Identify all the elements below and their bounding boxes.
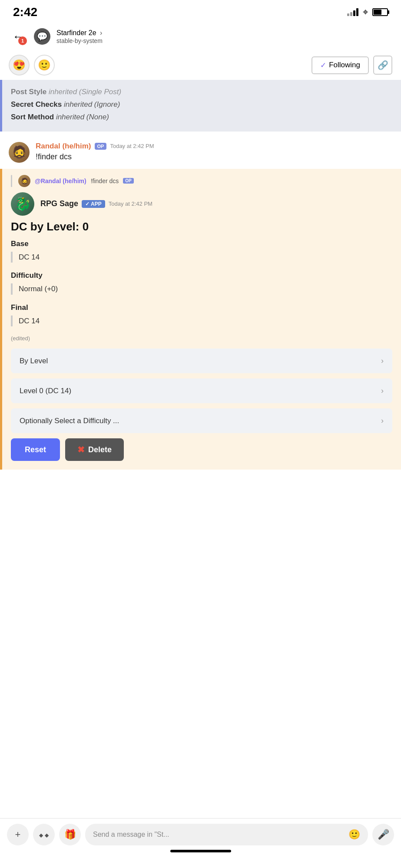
bot-name-area: RPG Sage ✓ APP Today at 2:42 PM (40, 199, 152, 208)
bot-avatar: 🐉 (11, 192, 34, 216)
input-emoji-icon: 🙂 (348, 829, 360, 840)
status-bar: 2:42 ⌖ (0, 0, 401, 23)
op-badge: OP (95, 143, 107, 150)
bot-message: 🧔 @Randal (he/him) !finder dcs OP 🐉 RPG … (0, 169, 401, 470)
base-label: Base (11, 240, 392, 248)
battery-icon (372, 8, 388, 16)
delete-x-icon: ✖ (77, 444, 85, 455)
settings-row-secretchecks: Secret Checks inherited (Ignore) (11, 99, 392, 111)
level-0-dropdown[interactable]: Level 0 (DC 14) › (11, 378, 392, 403)
notification-badge: 1 (18, 36, 27, 45)
plus-icon: + (15, 829, 21, 840)
bot-name-row: RPG Sage ✓ APP Today at 2:42 PM (40, 199, 152, 208)
message-placeholder: Send a message in "St... (93, 831, 169, 838)
difficulty-value: Normal (+0) (19, 283, 392, 295)
final-value-block: DC 14 (11, 316, 392, 327)
username: Randal (he/him) (36, 142, 91, 151)
base-value: DC 14 (19, 252, 392, 263)
reply-username: @Randal (he/him) (35, 178, 86, 184)
wifi-icon: ⌖ (363, 7, 368, 18)
by-level-dropdown[interactable]: By Level › (11, 349, 392, 373)
home-indicator (170, 850, 231, 852)
bot-name: RPG Sage (40, 199, 78, 208)
message-header: Randal (he/him) OP Today at 2:42 PM (36, 142, 392, 151)
edited-label: (edited) (11, 335, 392, 342)
bot-timestamp: Today at 2:42 PM (109, 201, 152, 207)
reply-quote: 🧔 @Randal (he/him) !finder dcs OP (11, 175, 392, 187)
following-check-icon: ✓ (320, 61, 326, 70)
nav-subtitle: stable-by-system (56, 37, 392, 44)
signal-icon (347, 8, 358, 16)
add-button[interactable]: + (7, 824, 29, 845)
difficulty-label: Difficulty (11, 271, 392, 280)
message-timestamp: Today at 2:42 PM (110, 143, 154, 149)
message-input[interactable]: Send a message in "St... 🙂 (85, 824, 368, 845)
emoji-reaction-1-button[interactable]: 😍 (9, 55, 30, 76)
following-button[interactable]: ✓ Following (312, 56, 369, 74)
dropdown-chevron-3-icon: › (381, 416, 384, 425)
user-message: 🧔 Randal (he/him) OP Today at 2:42 PM !f… (0, 136, 401, 165)
nav-bar: ← 1 💬 Starfinder 2e › stable-by-system (0, 23, 401, 52)
message-text: !finder dcs (36, 152, 392, 161)
channel-icon: 💬 (34, 28, 50, 45)
level-0-label: Level 0 (DC 14) (20, 387, 71, 395)
by-level-label: By Level (20, 357, 48, 365)
status-icons: ⌖ (347, 7, 388, 18)
app-badge: ✓ APP (82, 200, 105, 208)
reset-button[interactable]: Reset (11, 438, 60, 461)
nav-title-group: Starfinder 2e › stable-by-system (56, 29, 392, 44)
dc-title: DC by Level: 0 (11, 220, 392, 233)
gift-icon: 🎁 (64, 829, 76, 840)
nav-title-chevron-icon: › (100, 29, 102, 36)
action-buttons: Reset ✖ Delete (11, 438, 392, 461)
reply-text: !finder dcs (91, 178, 119, 184)
message-meta: Randal (he/him) OP Today at 2:42 PM !fin… (36, 142, 392, 161)
settings-block: Post Style inherited (Single Post) Secre… (0, 80, 401, 132)
mic-icon: 🎤 (378, 829, 389, 840)
link-button[interactable]: 🔗 (373, 56, 392, 75)
status-time: 2:42 (13, 5, 37, 19)
settings-row-sortmethod: Sort Method inherited (None) (11, 111, 392, 124)
sparkle-icon: ⬥⬥ (38, 829, 50, 840)
reply-line (11, 175, 12, 187)
messages-area: 🧔 Randal (he/him) OP Today at 2:42 PM !f… (0, 136, 401, 474)
reply-op-badge: OP (123, 178, 133, 184)
emoji-reaction-2-button[interactable]: 🙂 (34, 55, 55, 76)
bottom-spacer (0, 474, 401, 530)
bottom-bar: + ⬥⬥ 🎁 Send a message in "St... 🙂 🎤 (0, 818, 401, 868)
reply-avatar: 🧔 (18, 175, 30, 187)
link-icon: 🔗 (378, 60, 388, 70)
nav-title[interactable]: Starfinder 2e › (56, 29, 392, 37)
dropdown-chevron-2-icon: › (381, 386, 384, 395)
mic-button[interactable]: 🎤 (372, 824, 394, 845)
delete-button[interactable]: ✖ Delete (65, 438, 124, 461)
final-label: Final (11, 303, 392, 312)
difficulty-select-dropdown[interactable]: Optionally Select a Difficulty ... › (11, 408, 392, 433)
apps-button[interactable]: ⬥⬥ (33, 824, 55, 845)
final-value: DC 14 (19, 316, 392, 327)
gift-button[interactable]: 🎁 (59, 824, 81, 845)
difficulty-value-block: Normal (+0) (11, 283, 392, 295)
difficulty-select-label: Optionally Select a Difficulty ... (20, 417, 119, 425)
user-avatar: 🧔 (9, 142, 30, 163)
bottom-tools: + ⬥⬥ 🎁 Send a message in "St... 🙂 🎤 (7, 824, 394, 845)
toolbar: 😍 🙂 ✓ Following 🔗 (0, 52, 401, 80)
dropdown-chevron-1-icon: › (381, 356, 384, 365)
bot-header: 🐉 RPG Sage ✓ APP Today at 2:42 PM (11, 192, 392, 216)
app-badge-check-icon: ✓ (85, 201, 89, 207)
back-button[interactable]: ← 1 (9, 27, 28, 46)
base-value-block: DC 14 (11, 252, 392, 263)
settings-row-poststyle: Post Style inherited (Single Post) (11, 86, 392, 99)
